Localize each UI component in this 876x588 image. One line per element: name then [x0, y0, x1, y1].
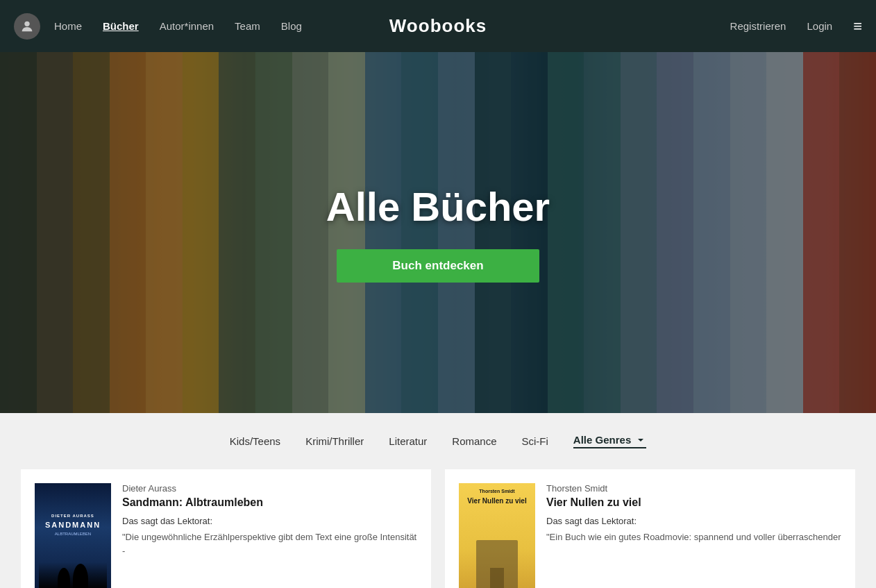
book-card-inner: DIETER AURASS SANDMANN ALBTRAUMLEBEN Die…: [21, 469, 431, 588]
nav-blog[interactable]: Blog: [281, 20, 302, 32]
genre-all-label: Alle Genres: [573, 434, 631, 446]
book-info-sandmann: Dieter Aurass Sandmann: Albtraumleben Da…: [122, 483, 417, 588]
book-cover-sandmann: DIETER AURASS SANDMANN ALBTRAUMLEBEN: [35, 483, 111, 588]
book-lektorat-label-sandmann: Das sagt das Lektorat:: [122, 516, 417, 526]
nav-home[interactable]: Home: [54, 20, 82, 32]
books-grid: DIETER AURASS SANDMANN ALBTRAUMLEBEN Die…: [0, 469, 876, 588]
nav-login[interactable]: Login: [807, 20, 832, 32]
book-card-sandmann: DIETER AURASS SANDMANN ALBTRAUMLEBEN Die…: [21, 469, 431, 588]
nav-buecher[interactable]: Bücher: [103, 20, 139, 32]
book-info-viernullen: Thorsten Smidt Vier Nullen zu viel Das s…: [546, 483, 841, 588]
user-avatar[interactable]: [14, 13, 40, 40]
brand-logo: Woobooks: [389, 15, 487, 37]
book-lektorat-label-viernullen: Das sagt das Lektorat:: [546, 516, 841, 526]
nav-right: Registrieren Login ≡: [730, 17, 862, 35]
nav-autorinnen[interactable]: Autor*innen: [160, 20, 214, 32]
genre-krimi-thriller[interactable]: Krimi/Thriller: [305, 435, 364, 447]
book-title-sandmann: Sandmann: Albtraumleben: [122, 496, 417, 509]
nav-registrieren[interactable]: Registrieren: [730, 20, 786, 32]
svg-point-0: [24, 21, 29, 26]
navbar: Home Bücher Autor*innen Team Blog Wooboo…: [0, 0, 876, 52]
hero-section: Alle Bücher Buch entdecken: [0, 52, 876, 413]
nav-team[interactable]: Team: [235, 20, 260, 32]
genre-sci-fi[interactable]: Sci-Fi: [522, 435, 548, 447]
book-card-inner-2: Thorsten Smidt Vier Nullen zu viel Thors…: [445, 469, 855, 588]
book-cover-viernullen: Thorsten Smidt Vier Nullen zu viel: [459, 483, 535, 588]
book-lektorat-text-viernullen: "Ein Buch wie ein gutes Roadmovie: spann…: [546, 530, 841, 544]
hero-title: Alle Bücher: [326, 183, 550, 230]
discover-book-button[interactable]: Buch entdecken: [337, 249, 539, 283]
chevron-down-icon: [635, 435, 646, 446]
genre-kids-teens[interactable]: Kids/Teens: [230, 435, 280, 447]
book-title-viernullen: Vier Nullen zu viel: [546, 496, 841, 509]
genre-literatur[interactable]: Literatur: [389, 435, 427, 447]
hero-content: Alle Bücher Buch entdecken: [326, 183, 550, 283]
hamburger-menu[interactable]: ≡: [853, 17, 862, 35]
book-author-viernullen: Thorsten Smidt: [546, 483, 841, 494]
genre-romance[interactable]: Romance: [452, 435, 496, 447]
book-author-sandmann: Dieter Aurass: [122, 483, 417, 494]
genre-filter-bar: Kids/Teens Krimi/Thriller Literatur Roma…: [0, 413, 876, 469]
book-lektorat-text-sandmann: "Die ungewöhnliche Erzählperspektive gib…: [122, 530, 417, 557]
genre-all-dropdown[interactable]: Alle Genres: [573, 434, 646, 448]
book-card-viernullen: Thorsten Smidt Vier Nullen zu viel Thors…: [445, 469, 855, 588]
